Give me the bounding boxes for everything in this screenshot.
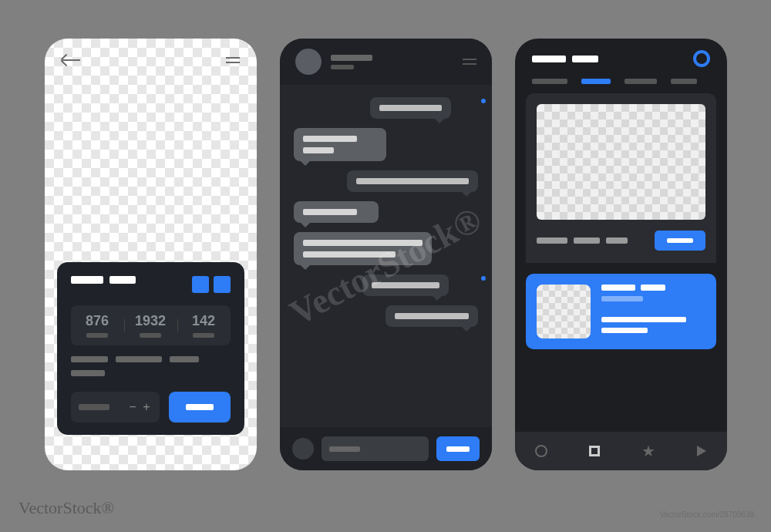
tab-active[interactable] — [581, 79, 611, 84]
menu-icon[interactable] — [463, 59, 476, 65]
stat-value: 876 — [71, 313, 124, 329]
text-placeholder — [71, 356, 108, 362]
stats-row: 876 1932 142 — [71, 305, 231, 345]
message-input[interactable] — [322, 436, 429, 461]
add-button[interactable] — [169, 392, 231, 423]
chat-header — [280, 39, 492, 85]
send-button[interactable] — [436, 436, 480, 461]
promo-thumbnail — [537, 285, 591, 338]
option-swatch[interactable] — [214, 276, 231, 293]
message-out[interactable] — [347, 170, 478, 192]
watermark-brand: VectorStock® — [19, 498, 114, 518]
title-placeholder — [532, 56, 566, 62]
stat-label — [193, 333, 214, 338]
message-out[interactable] — [386, 305, 478, 327]
message-in[interactable] — [294, 128, 386, 161]
stat-item: 1932 — [124, 313, 177, 338]
title-placeholder — [572, 56, 598, 62]
tab[interactable] — [532, 79, 567, 84]
watermark-id: VectorStock.com/28709638 — [660, 510, 754, 520]
phone-feed: ★ — [515, 39, 727, 470]
message-in[interactable] — [294, 201, 379, 223]
tag-placeholder — [574, 237, 600, 244]
header — [515, 39, 727, 79]
stat-value: 1932 — [124, 313, 177, 329]
tag-placeholder — [537, 237, 567, 244]
promo-title — [601, 285, 635, 291]
quantity-stepper[interactable]: − + — [71, 392, 160, 423]
phone-product: 876 1932 142 — [45, 39, 257, 470]
avatar[interactable] — [295, 49, 322, 75]
promo-title — [641, 285, 665, 291]
text-placeholder — [71, 370, 105, 376]
tab[interactable] — [625, 79, 657, 84]
title-placeholder — [71, 276, 103, 284]
chat-input-bar — [280, 427, 492, 470]
title-placeholder — [109, 276, 136, 284]
unread-dot-icon — [481, 99, 486, 103]
product-card: 876 1932 142 — [57, 262, 244, 435]
promo-card[interactable] — [526, 274, 716, 349]
back-icon[interactable] — [62, 59, 80, 61]
text-placeholder — [170, 356, 199, 362]
bottom-nav: ★ — [515, 432, 727, 470]
stat-item: 142 — [177, 313, 231, 338]
topbar — [45, 39, 257, 81]
unread-dot-icon — [481, 276, 486, 281]
tab-bar — [515, 79, 727, 93]
nav-circle-icon[interactable] — [535, 445, 547, 457]
stat-label — [86, 333, 108, 338]
tag-placeholder — [606, 237, 628, 244]
promo-sub — [601, 296, 643, 301]
tab[interactable] — [671, 79, 697, 84]
message-out[interactable] — [370, 97, 451, 119]
mic-icon[interactable] — [292, 438, 314, 460]
nav-star-icon[interactable]: ★ — [641, 442, 655, 460]
action-button[interactable] — [655, 231, 705, 251]
stat-label — [140, 333, 161, 338]
image-placeholder[interactable] — [537, 104, 705, 220]
qty-placeholder — [79, 404, 109, 410]
text-placeholder — [116, 356, 162, 362]
stat-value: 142 — [177, 313, 231, 329]
profile-ring-icon[interactable] — [693, 50, 710, 67]
promo-text — [601, 317, 686, 322]
message-in[interactable] — [294, 232, 432, 265]
message-out[interactable] — [362, 274, 449, 296]
message-list — [280, 85, 492, 327]
promo-text — [601, 328, 648, 333]
option-swatch[interactable] — [192, 276, 209, 293]
nav-square-icon[interactable] — [589, 446, 600, 456]
menu-icon[interactable] — [226, 57, 240, 63]
stat-item: 876 — [71, 313, 124, 338]
phone-chat — [280, 39, 492, 470]
content-card — [526, 93, 716, 263]
plus-minus-icon[interactable]: − + — [129, 400, 151, 414]
nav-play-icon[interactable] — [697, 446, 706, 456]
status-placeholder — [331, 65, 354, 69]
username-placeholder — [331, 55, 372, 61]
